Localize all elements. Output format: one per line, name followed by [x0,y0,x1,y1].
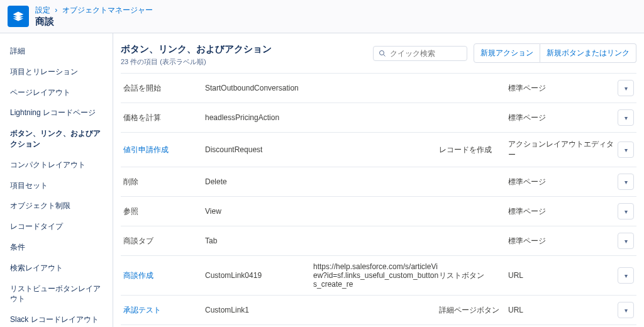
table-row: 承認テストCustomLink1詳細ページボタンURL [121,295,636,324]
sidebar-item[interactable]: リストビューボタンレイアウト [0,279,113,310]
table: 会話を開始StartOutboundConversation標準ページ価格を計算… [121,73,636,327]
main-title: ボタン、リンク、およびアクション [121,43,272,55]
search-input[interactable] [390,49,462,58]
row-override: 標準ページ [508,83,614,94]
row-menu-button[interactable] [618,203,634,219]
row-menu-button[interactable] [618,267,634,284]
row-label: 価格を計算 [123,113,205,123]
sidebar-item[interactable]: 項目とリレーション [0,62,113,82]
row-type: 詳細ページボタン [439,305,508,316]
sidebar-item[interactable]: ページレイアウト [0,82,113,103]
row-override: URL [508,271,614,280]
row-name: StartOutboundConversation [205,84,313,92]
object-icon [8,6,29,27]
row-override: 標準ページ [508,206,614,217]
sidebar-item[interactable]: コンパクトレイアウト [0,155,113,175]
row-label: 削除 [123,177,205,187]
row-label[interactable]: 承認テスト [123,305,205,316]
row-name: DiscountRequest [205,145,313,154]
row-name: CustomLink0419 [205,271,313,280]
new-action-button[interactable]: 新規アクション [474,43,540,63]
main-sub: 23 件の項目 (表示ラベル順) [121,57,272,67]
row-override: 標準ページ [508,113,614,123]
row-menu-button[interactable] [618,174,634,190]
row-override: URL [508,306,614,314]
svg-line-1 [384,54,386,56]
row-label: 参照 [123,206,205,217]
row-desc: https://help.salesforce.com/s/articleVie… [313,262,439,289]
row-menu-button[interactable] [618,109,634,126]
table-row: 会話を開始StartOutboundConversation標準ページ [121,73,636,103]
row-label: 商談タブ [123,236,205,247]
row-name: headlessPricingAction [205,113,313,122]
new-button-link-button[interactable]: 新規ボタンまたはリンク [540,43,636,63]
search-icon [379,50,386,57]
table-row: 参照View標準ページ [121,196,636,226]
row-menu-button[interactable] [618,302,634,318]
table-row: 新規New標準ページ [121,324,636,327]
main-actions: 新規アクション 新規ボタンまたはリンク [373,43,636,63]
sidebar-item[interactable]: 項目セット [0,175,113,196]
sidebar-item[interactable]: オブジェクト制限 [0,196,113,216]
sidebar-item[interactable]: Slack レコードレイアウト [0,309,113,327]
table-row: 値引申請作成DiscountRequestレコードを作成アクションレイアウトエデ… [121,132,636,167]
breadcrumb-setup[interactable]: 設定 [35,6,50,14]
search-box[interactable] [373,46,467,61]
row-menu-button[interactable] [618,141,634,158]
svg-point-0 [380,50,384,55]
sidebar-item[interactable]: レコードタイプ [0,216,113,237]
row-type: リストボタン [439,270,508,281]
sidebar-item[interactable]: 条件 [0,237,113,258]
row-label[interactable]: 商談作成 [123,270,205,281]
page-header: 設定 › オブジェクトマネージャー 商談 [0,0,644,33]
row-name: Tab [205,236,313,245]
sidebar: 詳細項目とリレーションページレイアウトLightning レコードページボタン、… [0,33,113,327]
sidebar-item[interactable]: 検索レイアウト [0,258,113,279]
table-row: 商談タブTab標準ページ [121,226,636,255]
breadcrumb-sep: › [55,6,57,14]
main-header: ボタン、リンク、およびアクション 23 件の項目 (表示ラベル順) 新規アクショ… [121,43,636,67]
row-name: View [205,207,313,216]
row-name: Delete [205,177,313,186]
row-label: 会話を開始 [123,83,205,94]
table-row: 削除Delete標準ページ [121,167,636,196]
row-override: アクションレイアウトエディター [508,139,614,160]
row-override: 標準ページ [508,177,614,187]
sidebar-item[interactable]: 詳細 [0,41,113,62]
page-title: 商談 [35,16,153,28]
row-menu-button[interactable] [618,80,634,96]
breadcrumb: 設定 › オブジェクトマネージャー [35,5,153,16]
sidebar-item[interactable]: ボタン、リンク、およびアクション [0,123,113,155]
breadcrumb-manager[interactable]: オブジェクトマネージャー [62,6,153,14]
row-label[interactable]: 値引申請作成 [123,145,205,155]
row-type: レコードを作成 [439,145,508,155]
table-row: 商談作成CustomLink0419https://help.salesforc… [121,255,636,295]
row-name: CustomLink1 [205,306,313,314]
row-menu-button[interactable] [618,233,634,249]
main: ボタン、リンク、およびアクション 23 件の項目 (表示ラベル順) 新規アクショ… [113,33,644,327]
sidebar-item[interactable]: Lightning レコードページ [0,103,113,123]
table-row: 価格を計算headlessPricingAction標準ページ [121,103,636,132]
row-override: 標準ページ [508,236,614,247]
